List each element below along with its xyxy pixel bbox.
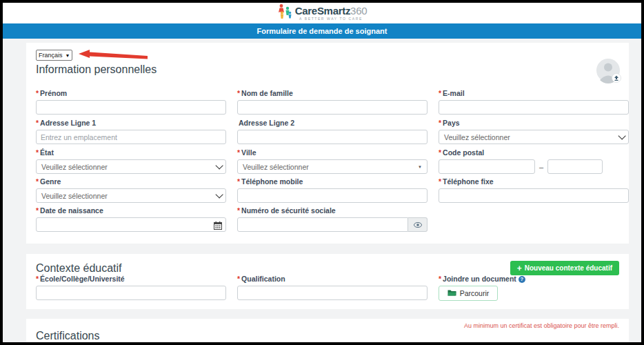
nom-input[interactable] [237,100,427,115]
browse-button[interactable]: Parcourir [439,286,498,301]
field-label: *Nom de famille [237,89,427,97]
field-ville: *Ville Veuillez sélectionner ▼ [237,148,427,174]
field-label: *E-mail [439,89,629,97]
genre-select[interactable]: Veuillez sélectionner [36,188,226,203]
field-etat: *État Veuillez sélectionner [36,148,226,174]
field-qualification: *Qualification [237,275,427,300]
logo-text: CareSmartz360 A BETTER WAY TO CARE [295,6,368,21]
code-postal-separator: – [539,163,543,171]
field-label: *Qualification [237,275,427,283]
certifications-card: Au minimum un certificat est obligatoire… [26,319,629,342]
plus-icon: + [517,264,522,273]
header: CareSmartz360 A BETTER WAY TO CARE [3,3,641,23]
field-date-naissance: *Date de naissance [36,206,226,232]
field-label: *Téléphone mobile [237,177,427,186]
language-select-value: Français [39,52,63,59]
code-postal-input-1[interactable] [439,159,535,174]
form-banner-title: Formulaire de demande de soignant [257,27,388,35]
field-label: *Adresse Ligne 1 [36,119,226,127]
field-email: *E-mail [439,89,629,115]
chevron-down-icon: ▼ [66,53,70,58]
triangle-down-icon: ▼ [418,165,422,169]
code-postal-inputs: – [439,159,629,174]
field-nom: *Nom de famille [237,89,427,115]
field-label: *Téléphone fixe [439,177,629,186]
field-tel-mobile: *Téléphone mobile [237,177,427,203]
field-label: *Pays [439,119,629,127]
field-pays: *Pays Veuillez sélectionner [439,119,629,144]
avatar[interactable] [596,58,622,84]
adresse2-input[interactable] [237,130,427,144]
field-label: *État [36,148,226,157]
folder-icon [447,289,456,297]
ssn-input[interactable] [237,217,408,232]
ville-select-value: Veuillez sélectionner [243,163,309,171]
qualification-input[interactable] [237,286,427,300]
eye-icon[interactable] [408,217,427,232]
ville-select[interactable]: Veuillez sélectionner ▼ [237,159,427,174]
pays-select-value: Veuillez sélectionner [444,133,510,141]
field-label: *Joindre un document? [439,275,629,283]
calendar-icon[interactable] [214,220,222,233]
red-annotation-arrow [79,50,148,61]
field-tel-fixe: *Téléphone fixe [439,177,629,203]
field-label: *Date de naissance [36,206,226,215]
chevron-down-icon [618,132,625,139]
logo-people-icon [277,3,292,23]
field-code-postal: *Code postal – [439,148,629,174]
app-window: CareSmartz360 A BETTER WAY TO CARE Formu… [0,0,644,345]
date-naissance-wrap [36,217,226,232]
date-naissance-input[interactable] [36,217,226,232]
pays-select[interactable]: Veuillez sélectionner [439,130,629,144]
education-card: Contexte éducatif + Nouveau contexte édu… [26,254,629,309]
etat-select-value: Veuillez sélectionner [41,163,108,171]
language-select[interactable]: Français ▼ [36,50,72,61]
chevron-down-icon [215,161,223,169]
certification-warning: Au minimum un certificat est obligatoire… [464,322,619,329]
field-label: Adresse Ligne 2 [237,119,427,127]
field-label: *Prénom [36,89,226,97]
personal-info-card: Français ▼ Information personnelles *Pré… [26,43,629,244]
adresse1-input[interactable] [36,130,226,144]
genre-select-value: Veuillez sélectionner [41,192,108,200]
field-label: *École/Collège/Université [36,275,226,283]
field-adresse2: Adresse Ligne 2 [237,119,427,144]
prenom-input[interactable] [36,100,226,115]
email-input[interactable] [439,100,629,115]
field-label: *Ville [237,148,427,157]
field-label: *Code postal [439,148,629,157]
help-icon[interactable]: ? [519,276,525,283]
tel-mobile-input[interactable] [237,188,427,203]
ssn-group [237,217,427,232]
education-title: Contexte éducatif [36,262,122,275]
field-label: *Numéro de sécurité sociale [237,206,427,215]
ecole-input[interactable] [36,286,226,300]
field-document: *Joindre un document? Parcourir [439,275,629,301]
field-adresse1: *Adresse Ligne 1 [36,119,226,144]
field-genre: *Genre Veuillez sélectionner [36,177,226,203]
code-postal-input-2[interactable] [547,159,603,174]
logo-tagline: A BETTER WAY TO CARE [295,17,368,21]
field-ssn: *Numéro de sécurité sociale [237,206,427,232]
field-ecole: *École/Collège/Université [36,275,226,300]
logo: CareSmartz360 A BETTER WAY TO CARE [277,3,368,23]
field-label: *Genre [36,177,226,186]
certifications-title: Certifications [36,330,99,342]
tel-fixe-input[interactable] [439,188,629,203]
browse-button-label: Parcourir [460,289,490,297]
logo-wordmark: CareSmartz360 [295,6,368,16]
personal-info-title: Information personnelles [36,63,157,76]
add-education-button-label: Nouveau contexte éducatif [525,264,612,272]
etat-select[interactable]: Veuillez sélectionner [36,159,226,174]
chevron-down-icon [215,190,223,198]
form-banner: Formulaire de demande de soignant [3,23,641,39]
field-prenom: *Prénom [36,89,226,115]
add-education-button[interactable]: + Nouveau contexte éducatif [510,261,619,275]
